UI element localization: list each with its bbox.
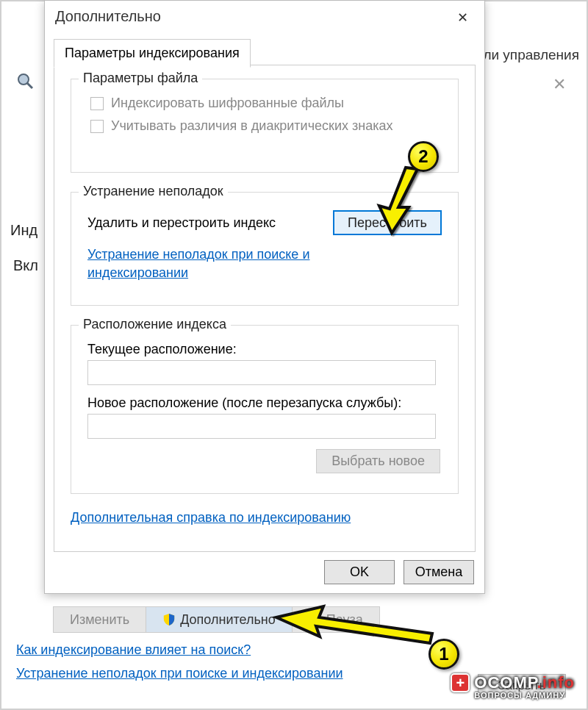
advanced-button[interactable]: Дополнительно (146, 606, 292, 633)
modify-label: Изменить (70, 612, 129, 628)
tab-index-settings[interactable]: Параметры индексирования (54, 39, 251, 68)
help-link-indexing[interactable]: Дополнительная справка по индексированию (71, 509, 351, 527)
annotation-badge-2: 2 (408, 141, 439, 172)
shield-icon (309, 613, 322, 626)
troubleshoot-link[interactable]: Устранение неполадок при поиске и индекс… (87, 245, 323, 282)
tab-content: Параметры файла Индексировать шифрованны… (54, 65, 476, 552)
location-group: Расположение индекса Текущее расположени… (71, 325, 459, 494)
chk-encrypted-label: Индексировать шифрованные файлы (111, 96, 344, 111)
select-new-button[interactable]: Выбрать новое (316, 449, 440, 473)
bg-included-label: Вкл (13, 257, 38, 274)
pause-button[interactable]: Пауза (292, 606, 380, 633)
annotation-badge-1: 1 (429, 639, 459, 670)
bottom-toolbar: Изменить Дополнительно Пауза (53, 606, 380, 633)
current-location-field (87, 360, 436, 385)
checkbox-icon[interactable] (90, 97, 104, 110)
chk-diacritics-label: Учитывать различия в диакритических знак… (111, 118, 392, 134)
advanced-label: Дополнительно (180, 612, 276, 628)
rebuild-label: Удалить и перестроить индекс (87, 215, 276, 231)
new-location-label: Новое расположение (после перезапуска сл… (87, 395, 446, 411)
file-settings-group: Параметры файла Индексировать шифрованны… (71, 79, 459, 173)
file-group-title: Параметры файла (79, 71, 202, 86)
badge-1-text: 1 (439, 644, 448, 664)
location-title: Расположение индекса (79, 317, 231, 332)
dialog-button-row: OK Отмена (324, 560, 474, 584)
badge-2-text: 2 (418, 146, 428, 167)
dialog-title: Дополнительно (55, 8, 161, 25)
bg-close-icon[interactable]: ✕ (553, 75, 566, 94)
checkbox-icon[interactable] (90, 120, 104, 133)
cancel-button[interactable]: Отмена (404, 560, 474, 584)
chk-diacritics-row[interactable]: Учитывать различия в диакритических знак… (90, 118, 446, 134)
troubleshoot-title: Устранение неполадок (79, 184, 228, 199)
bg-index-label: Инд (10, 222, 37, 239)
shield-icon (162, 613, 176, 626)
help-link-troubleshoot[interactable]: Устранение неполадок при поиске и индекс… (16, 666, 343, 681)
rebuild-button[interactable]: Перестроить (333, 210, 442, 235)
advanced-options-dialog: Дополнительно ✕ Параметры индексирования… (44, 0, 485, 594)
current-location-label: Текущее расположение: (87, 342, 446, 357)
troubleshoot-group: Устранение неполадок Удалить и перестрои… (71, 192, 459, 306)
pause-label: Пауза (326, 612, 363, 628)
bg-control-panel-text: ли управления (483, 47, 579, 63)
magnifier-icon (16, 72, 34, 90)
ok-button[interactable]: OK (324, 560, 395, 584)
new-location-field (87, 414, 436, 439)
watermark: + OCOMP.info ВОПРОСЫ АДМИНУ (451, 673, 575, 700)
watermark-tagline: ВОПРОСЫ АДМИНУ (474, 691, 575, 700)
watermark-brand: OCOMP (474, 673, 537, 692)
modify-button[interactable]: Изменить (53, 606, 146, 633)
chk-encrypted-row[interactable]: Индексировать шифрованные файлы (90, 96, 446, 111)
dialog-close-button[interactable]: ✕ (448, 7, 477, 29)
svg-point-0 (18, 74, 29, 85)
help-link-search[interactable]: Как индексирование влияет на поиск? (16, 642, 251, 658)
plus-icon: + (451, 673, 470, 692)
watermark-tld: .info (537, 673, 575, 692)
svg-line-1 (27, 83, 32, 88)
